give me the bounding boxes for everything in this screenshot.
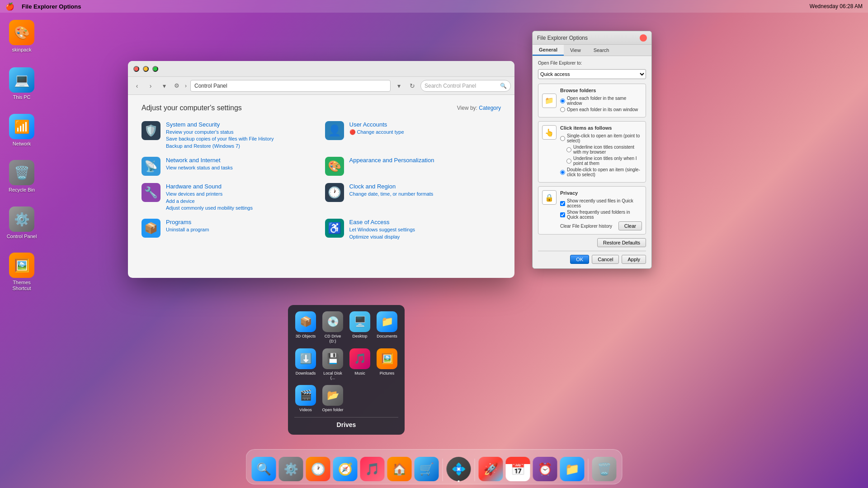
qa-item-pictures[interactable]: 🖼️ Pictures (376, 348, 398, 381)
restore-defaults-button[interactable]: Restore Defaults (597, 238, 646, 247)
forward-button[interactable]: › (145, 80, 156, 91)
system-security-link2[interactable]: Save backup copies of your files with Fi… (166, 136, 274, 142)
dock-item-clock[interactable]: 🕐 (306, 457, 330, 481)
double-click-radio[interactable] (560, 170, 565, 175)
desktop-icon-skinpack[interactable]: 🎨 skinpack (4, 18, 40, 55)
refresh-button[interactable]: ↻ (407, 80, 418, 91)
desktop-icon-controlpanel[interactable]: ⚙️ Control Panel (4, 205, 40, 241)
dock-item-calendar[interactable]: 📅 (506, 457, 530, 481)
dialog-buttons: OK Cancel Apply (538, 255, 646, 264)
qa-item-desktop[interactable]: 🖥️ Desktop (349, 311, 371, 344)
feo-close-button[interactable]: ✕ (640, 34, 647, 42)
bootcamp-icon: 💠 (447, 457, 471, 481)
apple-menu[interactable]: 🍎 (5, 2, 14, 11)
system-security-link1[interactable]: Review your computer's status (166, 129, 274, 136)
system-security-title[interactable]: System and Security (166, 121, 274, 128)
hardware-link1[interactable]: View devices and printers (166, 191, 253, 197)
clock-title[interactable]: Clock and Region (349, 183, 434, 190)
search-bar[interactable]: Search Control Panel 🔍 (420, 80, 511, 92)
3dobjects-icon: 📦 (295, 311, 316, 332)
dock-item-home[interactable]: 🏠 (387, 457, 412, 481)
dock-item-timemachine[interactable]: ⏰ (533, 457, 557, 481)
hardware-link3[interactable]: Adjust commonly used mobility settings (166, 205, 253, 211)
qa-item-openfolder[interactable]: 📂 Open folder (321, 385, 344, 413)
user-accounts-title[interactable]: User Accounts (349, 121, 404, 128)
qa-item-3dobjects[interactable]: 📦 3D Objects (294, 311, 317, 344)
appearance-title[interactable]: Appearance and Personalization (349, 157, 434, 164)
minimize-button[interactable] (143, 66, 149, 72)
tab-search[interactable]: Search (587, 45, 616, 56)
clock-link1[interactable]: Change date, time, or number formats (349, 191, 434, 197)
user-accounts-link1[interactable]: 🔴 Change account type (349, 129, 404, 136)
dock-item-finder[interactable]: 🔍 (252, 457, 276, 481)
tab-general[interactable]: General (533, 45, 564, 56)
dock-item-safari[interactable]: 🧭 (333, 457, 358, 481)
underline-consistent-option[interactable]: Underline icon titles consistent with my… (566, 145, 642, 155)
same-window-option[interactable]: Open each folder in the same window (560, 96, 642, 106)
new-window-option[interactable]: Open each folder in its own window (560, 107, 642, 112)
desktop-icon-recycle[interactable]: 🗑️ Recycle Bin (4, 158, 40, 195)
qa-item-downloads[interactable]: ⬇️ Downloads (294, 348, 317, 381)
ease-link2[interactable]: Optimize visual display (349, 234, 415, 240)
programs-title[interactable]: Programs (166, 219, 209, 225)
openfolder-icon: 📂 (322, 385, 343, 406)
dock-separator2 (475, 459, 475, 481)
open-fe-select[interactable]: Quick access (538, 69, 646, 79)
hardware-title[interactable]: Hardware and Sound (166, 183, 253, 190)
cancel-button[interactable]: Cancel (592, 255, 619, 264)
new-window-radio[interactable] (560, 107, 565, 112)
privacy-options: Privacy Show recently used files in Quic… (560, 190, 642, 230)
underline-when-radio[interactable] (566, 159, 571, 164)
menubar: 🍎 File Explorer Options Wednesday 06:28 … (0, 0, 868, 13)
qa-item-documents[interactable]: 📁 Documents (376, 311, 398, 344)
qa-item-localdisk[interactable]: 💾 Local Disk (... (321, 348, 344, 381)
single-click-option[interactable]: Single-click to open an item (point to s… (560, 133, 642, 143)
same-window-radio[interactable] (560, 99, 565, 103)
dock-item-appstore[interactable]: 🛒 (415, 457, 439, 481)
menubar-app-title: File Explorer Options (22, 3, 81, 10)
qa-grid: 📦 3D Objects 💿 CD Drive (D:) 🖥️ Desktop … (294, 311, 398, 413)
dock-item-trash[interactable]: 🗑️ (592, 457, 617, 481)
hardware-link2[interactable]: Add a device (166, 198, 253, 205)
clock-text: Clock and Region Change date, time, or n… (349, 183, 434, 197)
system-security-link3[interactable]: Backup and Restore (Windows 7) (166, 143, 274, 150)
underline-consistent-radio[interactable] (566, 147, 571, 152)
programs-link1[interactable]: Uninstall a program (166, 226, 209, 233)
tab-view[interactable]: View (564, 45, 587, 56)
underline-when-option[interactable]: Underline icon titles only when I point … (566, 156, 642, 166)
qa-item-videos[interactable]: 🎬 Videos (294, 385, 317, 413)
maximize-button[interactable] (152, 66, 158, 72)
network-internet-title[interactable]: Network and Internet (166, 157, 233, 164)
dock-item-files[interactable]: 📁 (560, 457, 585, 481)
double-click-option[interactable]: Double-click to open an item (single-cli… (560, 167, 642, 177)
qa-item-music[interactable]: 🎵 Music (349, 348, 371, 381)
dropdown-button[interactable]: ▾ (159, 80, 170, 91)
desktop-icon-themes[interactable]: 🖼️ Themes Shortcut (4, 251, 40, 293)
clear-button[interactable]: Clear (618, 221, 642, 230)
dock-item-music[interactable]: 🎵 (360, 457, 385, 481)
dock-item-launchpad[interactable]: 🚀 (479, 457, 503, 481)
show-recent-checkbox[interactable] (560, 201, 565, 206)
address-dropdown[interactable]: ▾ (393, 80, 404, 91)
dock-item-settings[interactable]: ⚙️ (279, 457, 303, 481)
ease-link1[interactable]: Let Windows suggest settings (349, 226, 415, 233)
address-bar[interactable]: Control Panel (190, 80, 391, 92)
dock-item-bootcamp[interactable]: 💠 (447, 457, 471, 481)
close-button[interactable] (133, 66, 139, 72)
single-click-radio[interactable] (560, 136, 565, 141)
network-internet-link1[interactable]: View network status and tasks (166, 164, 233, 171)
back-button[interactable]: ‹ (132, 80, 142, 91)
show-recent-option[interactable]: Show recently used files in Quick access (560, 198, 642, 208)
apply-button[interactable]: Apply (622, 255, 646, 264)
desktop-icon-network[interactable]: 📶 Network (4, 112, 40, 149)
qa-item-cddrive[interactable]: 💿 CD Drive (D:) (321, 311, 344, 344)
show-frequent-option[interactable]: Show frequently used folders in Quick ac… (560, 210, 642, 220)
address-text: Control Panel (194, 83, 227, 89)
desktop-icon-thispc[interactable]: 💻 This PC (4, 66, 40, 102)
files-icon: 📁 (560, 457, 585, 481)
show-frequent-checkbox[interactable] (560, 212, 565, 217)
ease-title[interactable]: Ease of Access (349, 219, 415, 225)
skinpack-icon-img: 🎨 (9, 20, 34, 45)
quick-access-popup: 📦 3D Objects 💿 CD Drive (D:) 🖥️ Desktop … (288, 305, 405, 435)
ok-button[interactable]: OK (570, 255, 589, 264)
